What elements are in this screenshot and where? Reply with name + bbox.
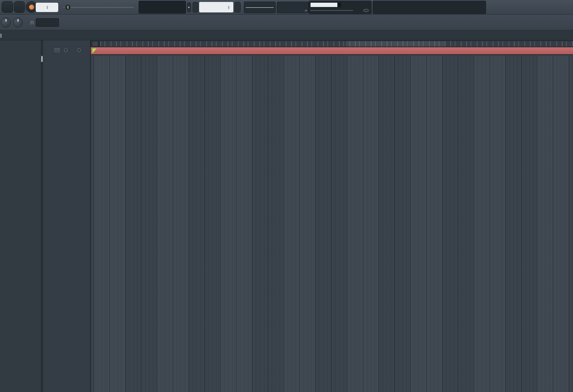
playhead-marker[interactable] — [92, 48, 97, 54]
main-volume-knob[interactable] — [1, 17, 11, 28]
transport-bar: ▲▼ ▸ ▲▼ ◔ — [0, 0, 573, 15]
pattern-add-button[interactable] — [234, 2, 241, 12]
playlist-window — [0, 40, 573, 392]
play-button[interactable] — [2, 1, 13, 13]
pattern-picker — [0, 40, 41, 392]
oscilloscope-right[interactable]: ◔ — [277, 2, 309, 13]
minimap[interactable] — [91, 40, 573, 47]
cpu-graph — [311, 3, 341, 7]
picker-header — [0, 40, 41, 56]
add-track-button[interactable] — [53, 47, 61, 54]
scroll-thumb[interactable] — [41, 56, 43, 62]
wave-mode-select[interactable] — [36, 18, 59, 27]
playlist-titlebar: ▤ — [0, 30, 573, 40]
pattern-selector[interactable]: ▲▼ — [199, 2, 233, 12]
time-mode-button[interactable]: ▸ — [187, 2, 191, 12]
tempo-display[interactable]: ▲▼ — [36, 3, 58, 12]
main-toolbar: ∩ — [0, 15, 573, 30]
polyphony-icon — [363, 9, 369, 12]
minimap-band[interactable] — [100, 41, 573, 47]
pattern-prev-button[interactable] — [193, 2, 198, 12]
song-info-panel[interactable] — [373, 1, 486, 14]
cpu-meter-line — [311, 10, 353, 11]
menu-bar — [487, 0, 573, 15]
nudge-slider[interactable] — [63, 7, 134, 8]
window-icon: ▤ — [0, 33, 2, 38]
stop-button[interactable] — [14, 1, 25, 13]
headphone-icon: ∩ — [30, 19, 34, 26]
cpu-panel[interactable] — [309, 1, 372, 14]
track-header-column — [43, 40, 90, 392]
nudge-knob[interactable] — [65, 5, 70, 10]
tempo-spinner[interactable]: ▲▼ — [47, 5, 48, 9]
oscilloscope-left[interactable] — [244, 2, 276, 13]
peak-icon: ◔ — [304, 9, 307, 12]
main-pitch-knob[interactable] — [13, 17, 23, 28]
clip-lanes — [91, 56, 573, 392]
timeline-ruler[interactable] — [91, 47, 573, 55]
time-display[interactable] — [139, 1, 186, 14]
record-icon — [29, 5, 34, 10]
playlist-grid — [90, 40, 573, 392]
slide-toggle[interactable] — [76, 48, 81, 52]
back-button[interactable] — [92, 41, 98, 47]
step-toggle[interactable] — [63, 48, 68, 52]
